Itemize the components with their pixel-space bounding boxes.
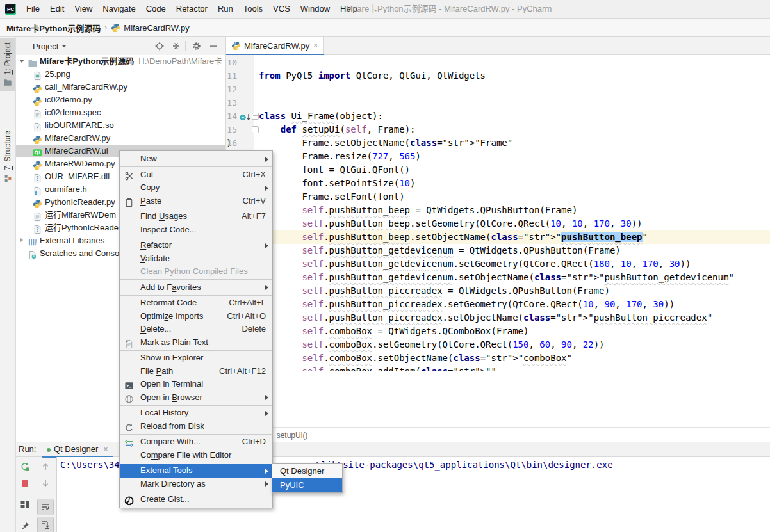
context-menu-item-compare-file-with-editor[interactable]: Compare File with Editor	[120, 449, 272, 462]
tree-item-ic02demo-py[interactable]: ic02demo.py	[16, 93, 225, 106]
menu-item-label: Compare With...	[140, 437, 201, 446]
rerun-button[interactable]	[17, 459, 33, 474]
context-menu-item-cut[interactable]: CutCtrl+X	[120, 168, 272, 182]
code-line-15[interactable]: 15 def setupUi(self, Frame):	[226, 123, 770, 136]
context-menu-item-file-path[interactable]: File PathCtrl+Alt+F12	[120, 365, 272, 378]
submenu-item-pyuic[interactable]: PyUIC	[272, 478, 342, 492]
context-menu-item-optimize-imports[interactable]: Optimize ImportsCtrl+Alt+O	[120, 310, 272, 323]
context-menu-item-external-tools[interactable]: External Tools	[120, 464, 272, 478]
code-line-28[interactable]: 28 self.pushButton_piccreadex.setGeometr…	[226, 298, 770, 311]
menubar-refactor[interactable]: Refactor	[171, 0, 213, 18]
code-line-24[interactable]: 24 self.pushButton_getdevicenum = QtWidg…	[226, 244, 770, 257]
context-menu-item-open-in-terminal[interactable]: Open in Terminal	[120, 378, 272, 391]
stripe-button-7-structure[interactable]: 7: Structure	[0, 127, 15, 186]
menubar-vcs[interactable]: VCS	[268, 0, 295, 18]
code-editor[interactable]: 1011from PyQt5 import QtCore, QtGui, QtW…	[226, 55, 770, 371]
code-line-14[interactable]: 14class Ui_Frame(object):	[226, 109, 770, 123]
code-line-25[interactable]: 25 self.pushButton_getdevicenum.setGeome…	[226, 257, 770, 271]
project-panel-title[interactable]: Project	[33, 42, 58, 51]
stripe-button-1-project[interactable]: 1: Project	[0, 38, 15, 91]
fold-marker-icon[interactable]	[252, 113, 259, 120]
context-menu-item-inspect-code[interactable]: Inspect Code...	[120, 223, 272, 237]
collapse-all-icon[interactable]	[171, 41, 181, 51]
menu-separator	[120, 295, 272, 296]
menubar-navigate[interactable]: Navigate	[97, 0, 140, 18]
tab-close-icon[interactable]: ×	[313, 41, 318, 50]
code-line-32[interactable]: 32 self.comboBox.setObjectName(class="st…	[226, 351, 770, 365]
context-menu-item-mark-as-plain-text[interactable]: Mark as Plain Text	[120, 336, 272, 350]
context-menu-item-show-in-explorer[interactable]: Show in Explorer	[120, 351, 272, 365]
context-menu-item-new[interactable]: New	[120, 152, 272, 166]
context-menu-item-create-gist[interactable]: Create Gist...	[120, 493, 272, 506]
code-line-27[interactable]: 27 self.pushButton_piccreadex = QtWidget…	[226, 284, 770, 298]
code-line-10[interactable]: 10	[226, 56, 770, 69]
tree-item-25-png[interactable]: 25.png	[16, 68, 225, 81]
context-menu-item-compare-with[interactable]: Compare With...Ctrl+D	[120, 435, 272, 449]
menubar-window[interactable]: Window	[295, 0, 335, 18]
context-menu-item-mark-directory-as[interactable]: Mark Directory as	[120, 478, 272, 491]
menubar-edit[interactable]: Edit	[45, 0, 69, 18]
pin-tab-button[interactable]	[17, 518, 33, 532]
context-menu-item-refactor[interactable]: Refactor	[120, 239, 272, 252]
menubar-tools[interactable]: Tools	[238, 0, 268, 18]
code-line-22[interactable]: 22 self.pushButton_beep.setGeometry(QtCo…	[226, 217, 770, 230]
tree-item-libourmifare-so[interactable]: ?libOURMIFARE.so	[16, 119, 225, 132]
breadcrumb-file[interactable]: MifareCardRW.py	[124, 23, 189, 33]
hide-panel-icon[interactable]	[208, 41, 218, 51]
context-menu-item-local-history[interactable]: Local History	[120, 407, 272, 420]
run-tab-qt-designer[interactable]: Qt Designer ×	[42, 442, 113, 458]
code-line-26[interactable]: 26 self.pushButton_getdevicenum.setObjec…	[226, 271, 770, 284]
stop-button[interactable]	[17, 476, 33, 491]
context-menu-item-validate[interactable]: Validate	[120, 252, 272, 266]
code-line-30[interactable]: 30 self.comboBox = QtWidgets.QComboBox(F…	[226, 325, 770, 338]
context-menu-item-reload-from-disk[interactable]: Reload from Disk	[120, 420, 272, 433]
chevron-down-icon[interactable]	[19, 60, 24, 63]
restore-layout-button[interactable]	[17, 497, 33, 512]
code-line-23[interactable]: 23 self.pushButton_beep.setObjectName(cl…	[226, 230, 770, 244]
reload-icon	[124, 423, 134, 433]
context-menu-item-paste[interactable]: PasteCtrl+V	[120, 195, 272, 208]
tree-item-mifare-python[interactable]: Mifare卡Python示例源码H:\DemoPath\Mifare卡	[16, 55, 225, 68]
code-line-17[interactable]: 17 Frame.resize(727, 565)	[226, 150, 770, 163]
menu-item-label: Cut	[140, 170, 153, 179]
code-line-21[interactable]: 21 self.pushButton_beep = QtWidgets.QPus…	[226, 204, 770, 217]
soft-wrap-button[interactable]	[37, 499, 54, 515]
menu-item-label: Reformat Code	[140, 298, 197, 307]
menubar-file[interactable]: File	[21, 0, 45, 18]
locate-icon[interactable]	[154, 41, 165, 51]
code-line-19[interactable]: 19 font.setPointSize(10)	[226, 177, 770, 190]
menubar-view[interactable]: View	[69, 0, 97, 18]
breadcrumb-project[interactable]: Mifare卡Python示例源码	[6, 22, 101, 34]
code-line-31[interactable]: 31 self.comboBox.setGeometry(QtCore.QRec…	[226, 338, 770, 351]
context-menu-item-open-in-browser[interactable]: Open in Browser	[120, 391, 272, 405]
code-line-11[interactable]: 11from PyQt5 import QtCore, QtGui, QtWid…	[226, 69, 770, 83]
context-menu-item-find-usages[interactable]: Find UsagesAlt+F7	[120, 210, 272, 223]
submenu-item-qt-designer[interactable]: Qt Designer	[272, 464, 342, 478]
run-tab-close-icon[interactable]: ×	[103, 445, 108, 454]
context-menu-item-delete[interactable]: Delete...Delete	[120, 323, 272, 336]
code-line-16[interactable]: 16 Frame.setObjectName(class="str">"Fram…	[226, 136, 770, 150]
context-menu-item-reformat-code[interactable]: Reformat CodeCtrl+Alt+L	[120, 296, 272, 310]
menubar-code[interactable]: Code	[141, 0, 171, 18]
code-line-29[interactable]: 29 self.pushButton_piccreadex.setObjectN…	[226, 311, 770, 325]
down-stack-trace-button[interactable]	[38, 476, 53, 491]
code-line-12[interactable]: 12	[226, 83, 770, 96]
tree-item-call-mifarecardrw-py[interactable]: call_MifareCardRW.py	[16, 81, 225, 93]
fold-marker-icon[interactable]	[252, 126, 259, 133]
context-menu-item-copy[interactable]: Copy	[120, 181, 272, 195]
menu-separator	[120, 209, 272, 209]
settings-gear-icon[interactable]	[192, 41, 202, 51]
chevron-right-icon[interactable]	[20, 238, 23, 243]
code-line-18[interactable]: 18 font = QtGui.QFont()	[226, 163, 770, 177]
code-line-13[interactable]: 13	[226, 96, 770, 109]
scroll-to-end-button[interactable]	[37, 517, 54, 532]
code-line-33[interactable]: 33 self.comboBox.addItem(class="str">"")	[226, 365, 770, 371]
code-line-20[interactable]: 20 Frame.setFont(font)	[226, 190, 770, 204]
menubar-run[interactable]: Run	[213, 0, 238, 18]
tree-item-ic02demo-spec[interactable]: ic02demo.spec	[16, 106, 225, 119]
up-stack-trace-button[interactable]	[38, 459, 53, 474]
context-menu-item-add-to-favorites[interactable]: Add to Favorites	[120, 281, 272, 294]
tab-mifarecardrw-py[interactable]: MifareCardRW.py ×	[226, 37, 324, 54]
breadcrumb-method[interactable]: setupUi()	[277, 431, 308, 440]
tree-item-mifarecardrw-py[interactable]: MifareCardRW.py	[16, 132, 225, 145]
